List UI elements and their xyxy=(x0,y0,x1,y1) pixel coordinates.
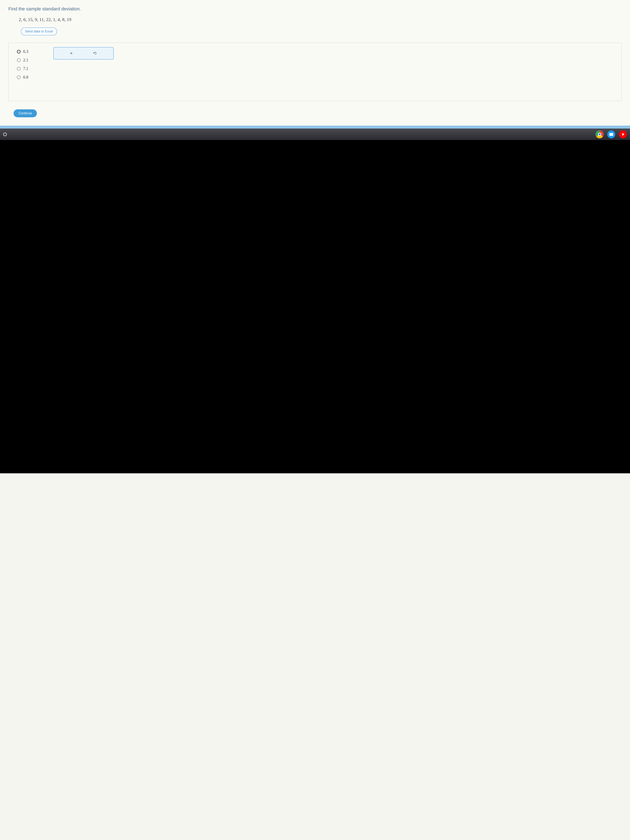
youtube-app-icon[interactable] xyxy=(619,130,627,138)
launcher-icon[interactable] xyxy=(3,133,7,136)
chrome-icon-center xyxy=(598,133,601,136)
chrome-app-icon[interactable] xyxy=(595,130,603,138)
taskbar xyxy=(0,128,630,140)
question-prompt: Find the sample standard deviation. xyxy=(8,6,622,12)
option-label-1: 6.3 xyxy=(23,49,28,54)
answer-panel: 6.3 2.1 7.1 6.8 × xyxy=(8,43,622,101)
option-label-2: 2.1 xyxy=(23,58,28,63)
files-icon-inner xyxy=(609,133,613,136)
chrome-icon-inner xyxy=(595,130,603,138)
question-content: Find the sample standard deviation. 2, 6… xyxy=(0,0,630,126)
x-icon: × xyxy=(70,51,73,56)
feedback-toolbar: × xyxy=(53,47,114,60)
clear-button[interactable]: × xyxy=(70,51,73,56)
below-screen-area xyxy=(0,140,630,473)
send-data-to-excel-button[interactable]: Send data to Excel xyxy=(21,27,57,35)
undo-icon xyxy=(93,51,97,55)
taskbar-left xyxy=(3,133,7,136)
radio-button-4[interactable] xyxy=(17,76,21,79)
files-app-icon[interactable] xyxy=(607,130,615,138)
option-row-3[interactable]: 7.1 xyxy=(17,66,613,71)
taskbar-right xyxy=(595,130,627,138)
option-label-4: 6.8 xyxy=(23,75,28,80)
option-row-4[interactable]: 6.8 xyxy=(17,75,613,80)
play-icon xyxy=(622,133,624,136)
option-label-3: 7.1 xyxy=(23,66,28,71)
radio-button-2[interactable] xyxy=(17,58,21,62)
radio-button-3[interactable] xyxy=(17,67,21,71)
undo-button[interactable] xyxy=(93,51,97,55)
progress-bar xyxy=(0,126,630,128)
continue-button[interactable]: Continue xyxy=(14,109,37,117)
radio-button-1[interactable] xyxy=(17,50,21,54)
data-values: 2, 6, 15, 9, 11, 22, 1, 4, 8, 19 xyxy=(19,17,622,22)
